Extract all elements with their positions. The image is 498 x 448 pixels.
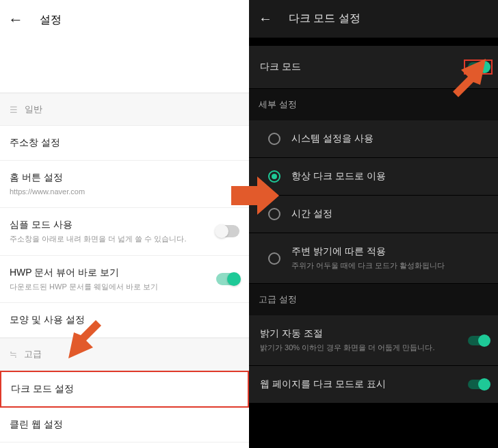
back-arrow-icon[interactable]: ← xyxy=(259,11,272,27)
section-header-detail: 세부 설정 xyxy=(249,89,498,120)
item-sublabel: 밝기가 30% 이하인 경우 화면을 더 어둡게 만듭니다. xyxy=(260,343,434,353)
radio-system[interactable]: 시스템 설정을 사용 xyxy=(249,120,498,158)
item-appearance[interactable]: 모양 및 사용 설정 xyxy=(0,303,249,338)
section-header-general: ☰ 일반 xyxy=(0,93,249,126)
item-dark-mode-settings[interactable]: 다크 모드 설정 xyxy=(0,371,249,408)
header: ← 설정 xyxy=(0,0,249,40)
page-title: 다크 모드 설정 xyxy=(289,12,361,26)
back-arrow-icon[interactable]: ← xyxy=(8,11,23,29)
item-simple-mode[interactable]: 심플 모드 사용 주소창을 아래로 내려 화면을 더 넓게 쓸 수 있습니다. xyxy=(0,208,249,255)
item-addressbar[interactable]: 주소창 설정 xyxy=(0,126,249,161)
section-label: 고급 xyxy=(24,348,42,360)
toggle-simple-mode[interactable] xyxy=(216,225,239,237)
item-label: 홈 버튼 설정 xyxy=(10,172,239,184)
item-clean-web[interactable]: 클린 웹 설정 xyxy=(0,408,249,443)
section-header-advanced: ≒ 고급 xyxy=(0,338,249,371)
item-label: 클린 웹 설정 xyxy=(10,419,239,431)
radio-icon xyxy=(268,208,280,220)
header: ← 다크 모드 설정 xyxy=(249,0,498,38)
item-sublabel: 다운로드된 HWP 문서를 웨일에서 바로 보기 xyxy=(10,282,239,291)
item-label: 밝기 자동 조절 xyxy=(260,328,434,340)
item-label: 다크 모드 설정 xyxy=(11,383,238,395)
highlight-annotation xyxy=(464,60,493,75)
spacer xyxy=(249,38,498,46)
radio-time[interactable]: 시간 설정 xyxy=(249,196,498,233)
item-webpage-dark[interactable]: 웹 페이지를 다크 모드로 표시 xyxy=(249,366,498,404)
item-auto-brightness[interactable]: 밝기 자동 조절 밝기가 30% 이하인 경우 화면을 더 어둡게 만듭니다. xyxy=(249,315,498,366)
item-label: HWP 문서 뷰어 바로 보기 xyxy=(10,267,239,279)
toggle-dark-mode[interactable] xyxy=(468,62,488,72)
item-label: 심플 모드 사용 xyxy=(10,219,239,231)
toggle-webpage-dark[interactable] xyxy=(468,380,488,389)
radio-label: 주변 밝기에 따른 적용 xyxy=(291,246,445,258)
settings-panel-light: ← 설정 ☰ 일반 주소창 설정 홈 버튼 설정 https://www.nav… xyxy=(0,0,249,448)
radio-icon xyxy=(268,133,280,145)
spacer xyxy=(0,40,249,93)
radio-always[interactable]: 항상 다크 모드로 이용 xyxy=(249,158,498,196)
radio-icon-selected xyxy=(268,170,280,183)
item-label: 다크 모드 xyxy=(260,61,301,73)
radio-label: 시스템 설정을 사용 xyxy=(291,133,374,145)
section-header-advanced: 고급 설정 xyxy=(249,284,498,315)
toggle-hwp[interactable] xyxy=(216,273,239,285)
item-label: 모양 및 사용 설정 xyxy=(10,314,239,326)
item-label: 웹 페이지를 다크 모드로 표시 xyxy=(260,378,386,391)
list-icon: ☰ xyxy=(10,105,18,115)
sliders-icon: ≒ xyxy=(10,349,17,359)
item-dark-mode-toggle[interactable]: 다크 모드 xyxy=(249,46,498,89)
item-pip[interactable]: PIP 설정 xyxy=(0,443,249,448)
radio-sublabel: 주위가 어두울 때에 다크 모드가 활성화됩니다 xyxy=(291,261,445,271)
radio-label: 시간 설정 xyxy=(291,208,332,220)
radio-ambient[interactable]: 주변 밝기에 따른 적용 주위가 어두울 때에 다크 모드가 활성화됩니다 xyxy=(249,233,498,284)
section-label: 일반 xyxy=(25,103,42,116)
page-title: 설정 xyxy=(40,13,62,27)
item-sublabel: 주소창을 아래로 내려 화면을 더 넓게 쓸 수 있습니다. xyxy=(10,234,239,243)
item-label: 주소창 설정 xyxy=(10,137,239,149)
item-hwp-viewer[interactable]: HWP 문서 뷰어 바로 보기 다운로드된 HWP 문서를 웨일에서 바로 보기 xyxy=(0,256,249,303)
item-sublabel: https://www.naver.com xyxy=(10,187,239,196)
radio-icon xyxy=(268,252,280,265)
toggle-auto-brightness[interactable] xyxy=(468,336,488,345)
item-home-button[interactable]: 홈 버튼 설정 https://www.naver.com xyxy=(0,161,249,208)
dark-mode-settings-panel: ← 다크 모드 설정 다크 모드 세부 설정 시스템 설정을 사용 항상 다크 … xyxy=(249,0,498,448)
radio-label: 항상 다크 모드로 이용 xyxy=(291,170,386,183)
